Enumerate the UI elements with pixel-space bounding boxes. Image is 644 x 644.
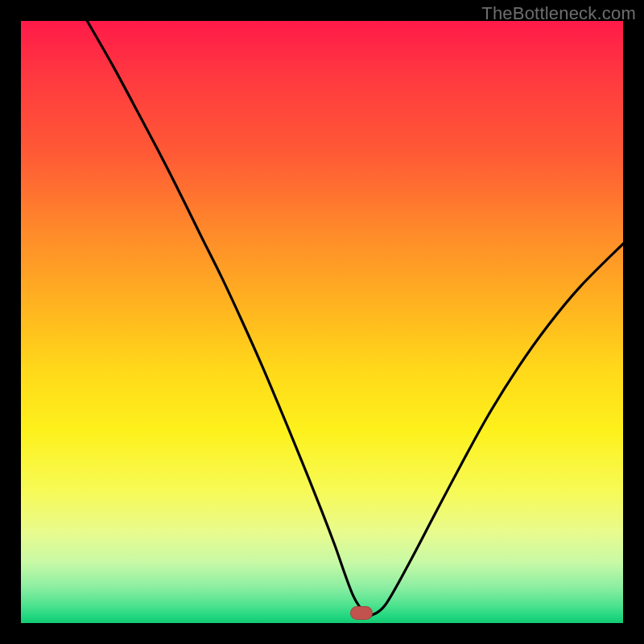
chart-plot-area bbox=[21, 21, 623, 623]
bottleneck-curve bbox=[21, 21, 623, 623]
optimal-point-marker bbox=[350, 606, 373, 620]
watermark-text: TheBottleneck.com bbox=[481, 3, 636, 24]
chart-frame: TheBottleneck.com bbox=[0, 0, 644, 644]
